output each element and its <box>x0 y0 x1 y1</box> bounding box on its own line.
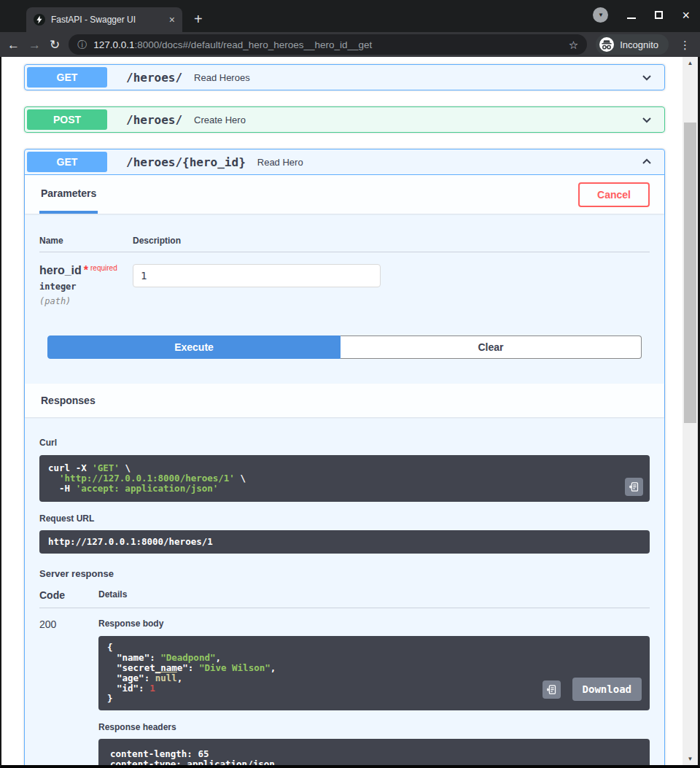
chevron-down-icon[interactable] <box>639 112 654 127</box>
op-summary: Read Hero <box>257 157 303 168</box>
swagger-page: GET /heroes/ Read Heroes POST /heroes/ C… <box>0 57 700 768</box>
code-column-header: Code <box>39 589 98 601</box>
incognito-icon <box>599 37 614 52</box>
execute-row: Execute Clear <box>25 335 664 384</box>
bookmark-star-icon[interactable]: ☆ <box>569 39 578 50</box>
browser-update-icon[interactable]: ▼ <box>593 7 608 23</box>
site-info-icon[interactable]: ⓘ <box>77 40 87 50</box>
cancel-button[interactable]: Cancel <box>578 182 650 207</box>
op-path: /heroes/ <box>126 113 182 127</box>
method-badge: GET <box>27 67 107 88</box>
scrollbar-up-icon[interactable]: ▲ <box>682 60 698 66</box>
forward-icon[interactable]: → <box>28 39 41 51</box>
request-url-label: Request URL <box>39 513 650 524</box>
description-column-header: Description <box>133 236 181 246</box>
clear-button[interactable]: Clear <box>341 335 642 359</box>
required-label: required <box>90 264 117 272</box>
scrollbar-thumb[interactable] <box>684 123 696 423</box>
url-path: :8000/docs#/default/read_hero_heroes__he… <box>135 39 373 50</box>
parameters-section-header: Parameters Cancel <box>25 175 664 214</box>
op-path: /heroes/ <box>126 71 182 85</box>
response-body: { "name": "Deadpond", "secret_name": "Di… <box>98 636 650 710</box>
parameter-location: (path) <box>39 296 133 306</box>
browser-toolbar: ← → ↻ ⓘ 127.0.0.1:8000/docs#/default/rea… <box>0 32 700 57</box>
tab-close-icon[interactable]: × <box>169 15 175 25</box>
server-response-label: Server response <box>39 568 650 579</box>
opblock-get-hero-by-id: GET /heroes/{hero_id} Read Hero Paramete… <box>24 149 665 768</box>
parameters-table-header: Name Description <box>39 236 650 252</box>
url-bar[interactable]: ⓘ 127.0.0.1:8000/docs#/default/read_hero… <box>69 34 587 55</box>
op-path: /heroes/{hero_id} <box>126 155 246 169</box>
parameter-name: hero_id <box>39 264 82 276</box>
browser-menu-icon[interactable]: ⋮ <box>680 39 691 50</box>
incognito-label: Incognito <box>620 39 658 50</box>
curl-label: Curl <box>39 438 650 448</box>
browser-tab[interactable]: FastAPI - Swagger UI × <box>26 7 182 32</box>
browser-tab-bar: FastAPI - Swagger UI × + ▼ × <box>0 0 700 32</box>
maximize-icon <box>655 11 663 19</box>
server-response-table-header: Code Details <box>39 589 650 608</box>
fastapi-favicon-icon <box>34 14 45 26</box>
parameters-table: Name Description hero_id*required intege… <box>25 214 664 335</box>
method-badge: GET <box>27 152 107 172</box>
opblock-header-read-hero[interactable]: GET /heroes/{hero_id} Read Hero <box>25 150 664 175</box>
opblock-post-heroes: POST /heroes/ Create Hero <box>24 106 665 133</box>
responses-title: Responses <box>39 384 97 417</box>
parameter-value-cell <box>133 264 381 306</box>
clipboard-icon <box>546 684 557 695</box>
method-badge: POST <box>27 109 107 130</box>
responses-content: Curl curl -X 'GET' \ 'http://127.0.0.1:8… <box>25 417 664 768</box>
response-details: Response body { "name": "Deadpond", "sec… <box>98 618 650 768</box>
copy-response-button[interactable] <box>542 680 561 699</box>
response-headers: content-length: 65 content-type: applica… <box>98 739 650 768</box>
responses-section-header: Responses <box>25 384 664 417</box>
url-host: 127.0.0.1 <box>93 39 134 50</box>
window-close-icon[interactable]: × <box>682 9 690 22</box>
minimize-button[interactable] <box>627 12 636 19</box>
incognito-badge: Incognito <box>596 34 669 55</box>
response-body-label: Response body <box>98 618 650 629</box>
parameter-meta: hero_id*required integer (path) <box>39 264 133 306</box>
opblock-header-create-hero[interactable]: POST /heroes/ Create Hero <box>25 107 664 132</box>
details-column-header: Details <box>98 589 127 601</box>
parameter-type: integer <box>39 282 133 292</box>
server-response-row: 200 Response body { "name": "Deadpond", … <box>39 618 650 768</box>
clipboard-icon <box>629 481 639 492</box>
minimize-icon <box>627 18 636 19</box>
url-text: 127.0.0.1:8000/docs#/default/read_hero_h… <box>93 39 562 50</box>
hero-id-input[interactable] <box>133 264 381 287</box>
request-url-value: http://127.0.0.1:8000/heroes/1 <box>39 530 650 554</box>
window-controls: ▼ × <box>593 7 690 23</box>
op-summary: Read Heroes <box>194 72 250 83</box>
parameters-title: Parameters <box>39 175 98 214</box>
response-body-actions: Download <box>542 678 642 701</box>
page-scrollbar[interactable]: ▲ ▼ <box>682 57 698 765</box>
op-summary: Create Hero <box>194 115 246 125</box>
opblock-get-heroes: GET /heroes/ Read Heroes <box>24 64 665 90</box>
status-code: 200 <box>39 618 98 768</box>
parameter-row: hero_id*required integer (path) <box>39 252 650 306</box>
download-button[interactable]: Download <box>572 678 642 701</box>
required-star: * <box>84 264 88 276</box>
chevron-up-icon[interactable] <box>639 155 654 169</box>
maximize-button[interactable] <box>655 11 663 19</box>
reload-icon[interactable]: ↻ <box>50 39 60 51</box>
curl-command: curl -X 'GET' \ 'http://127.0.0.1:8000/h… <box>39 455 650 502</box>
opblock-header-read-heroes[interactable]: GET /heroes/ Read Heroes <box>25 65 664 90</box>
execute-button[interactable]: Execute <box>47 335 341 359</box>
chevron-down-icon[interactable] <box>639 70 654 85</box>
copy-curl-button[interactable] <box>625 478 643 496</box>
new-tab-icon[interactable]: + <box>194 12 203 26</box>
response-headers-label: Response headers <box>98 722 650 732</box>
name-column-header: Name <box>39 236 133 246</box>
tab-title: FastAPI - Swagger UI <box>51 15 163 25</box>
back-icon[interactable]: ← <box>7 39 20 51</box>
scrollbar-down-icon[interactable]: ▼ <box>682 756 698 762</box>
